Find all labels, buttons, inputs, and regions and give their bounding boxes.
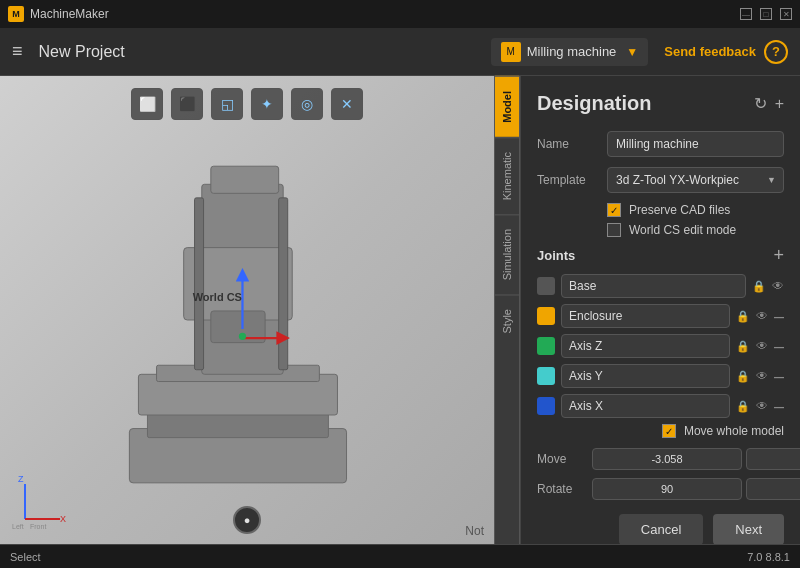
machine-icon: M [501,42,521,62]
joint-eye-axis-x[interactable]: 👁 [756,399,768,413]
next-button[interactable]: Next [713,514,784,544]
joint-eye-axis-y[interactable]: 👁 [756,369,768,383]
window-controls: — □ ✕ [740,8,792,20]
panel-header: Designation ↻ + [537,92,784,115]
vertical-tab-simulation[interactable]: Simulation [495,214,519,294]
name-row: Name [537,131,784,157]
joint-remove-enclosure[interactable]: – [774,307,784,325]
maximize-button[interactable]: □ [760,8,772,20]
joint-name-axis-x[interactable] [561,394,730,418]
machine-selector[interactable]: M Milling machine ▼ [491,38,648,66]
vertical-tab-kinematic[interactable]: Kinematic [495,137,519,214]
viewport-btn-view1[interactable]: ⬜ [131,88,163,120]
joint-row-enclosure: 🔒👁– [537,304,784,328]
joint-remove-axis-z[interactable]: – [774,337,784,355]
joints-header: Joints + [537,245,784,266]
menu-icon[interactable]: ≡ [12,41,23,62]
move-x-input[interactable] [592,448,742,470]
machine-svg [57,130,437,510]
template-select[interactable]: 3d Z-Tool YX-Workpiec [607,167,784,193]
svg-text:Z: Z [18,474,24,484]
vertical-tab-model[interactable]: Model [495,76,519,137]
joint-remove-axis-y[interactable]: – [774,367,784,385]
checkboxes-area: ✓Preserve CAD filesWorld CS edit mode [537,203,784,237]
joint-lock-base[interactable]: 🔒 [752,280,766,293]
joint-lock-axis-z[interactable]: 🔒 [736,340,750,353]
svg-text:Front: Front [30,523,46,530]
machine-name: Milling machine [527,44,617,59]
help-button[interactable]: ? [764,40,788,64]
template-label: Template [537,173,607,187]
joint-lock-axis-x[interactable]: 🔒 [736,400,750,413]
viewport-btn-view4[interactable]: ✦ [251,88,283,120]
joint-eye-base[interactable]: 👁 [772,279,784,293]
svg-text:Left: Left [12,523,24,530]
main-toolbar: ≡ New Project M Milling machine ▼ Send f… [0,28,800,76]
joint-lock-axis-y[interactable]: 🔒 [736,370,750,383]
close-button[interactable]: ✕ [780,8,792,20]
move-label: Move [537,452,592,466]
refresh-button[interactable]: ↻ [754,94,767,113]
joint-eye-enclosure[interactable]: 👁 [756,309,768,323]
joint-eye-axis-z[interactable]: 👁 [756,339,768,353]
viewport[interactable]: ⬜⬛◱✦◎✕ [0,76,494,544]
bottom-coords: 7.0 8.8.1 [747,551,790,563]
project-title: New Project [39,43,491,61]
move-y-input[interactable] [746,448,800,470]
rotate-label: Rotate [537,482,592,496]
checkbox-world-cs[interactable] [607,223,621,237]
joint-row-axis-z: 🔒👁– [537,334,784,358]
joint-name-enclosure[interactable] [561,304,730,328]
joint-name-axis-z[interactable] [561,334,730,358]
joints-title: Joints [537,248,575,263]
record-button[interactable]: ● [233,506,261,534]
joint-name-axis-y[interactable] [561,364,730,388]
name-input[interactable] [607,131,784,157]
svg-point-12 [239,333,246,340]
joint-color-enclosure [537,307,555,325]
app-icon: M [8,6,24,22]
joints-add-button[interactable]: + [773,245,784,266]
svg-rect-9 [279,198,288,370]
rotate-y-input[interactable] [746,478,800,500]
checkbox-preserve-cad[interactable]: ✓ [607,203,621,217]
bottom-select-label: Select [10,551,41,563]
viewport-btn-view2[interactable]: ⬛ [171,88,203,120]
joint-color-axis-x [537,397,555,415]
not-label: Not [465,524,484,538]
minimize-button[interactable]: — [740,8,752,20]
right-panel: Designation ↻ + Name Template 3d Z-Tool … [520,76,800,544]
vertical-tab-style[interactable]: Style [495,294,519,347]
add-panel-button[interactable]: + [775,94,784,113]
title-bar: M MachineMaker — □ ✕ [0,0,800,28]
cancel-button[interactable]: Cancel [619,514,703,544]
move-whole-model-label: Move whole model [684,424,784,438]
title-bar-left: M MachineMaker [8,6,109,22]
viewport-btn-view3[interactable]: ◱ [211,88,243,120]
joint-name-base[interactable] [561,274,746,298]
panel-header-actions: ↻ + [754,94,784,113]
joints-list: 🔒👁🔒👁–🔒👁–🔒👁–🔒👁– [537,274,784,418]
rotate-inputs [592,478,800,500]
joint-lock-enclosure[interactable]: 🔒 [736,310,750,323]
joint-color-axis-z [537,337,555,355]
checkbox-label-preserve-cad: Preserve CAD files [629,203,730,217]
viewport-btn-view6[interactable]: ✕ [331,88,363,120]
checkbox-label-world-cs: World CS edit mode [629,223,736,237]
move-whole-model-checkbox[interactable]: ✓ [662,424,676,438]
rotate-x-input[interactable] [592,478,742,500]
send-feedback-button[interactable]: Send feedback [664,44,756,59]
checkbox-row-preserve-cad: ✓Preserve CAD files [607,203,784,217]
move-row: Move [537,448,784,470]
svg-rect-7 [211,166,279,193]
joint-color-base [537,277,555,295]
rotate-row: Rotate [537,478,784,500]
axis-indicator: Z X Left Front [10,474,70,534]
viewport-btn-view5[interactable]: ◎ [291,88,323,120]
panel-actions: Cancel Next [537,514,784,544]
bottom-bar: Select 7.0 8.8.1 [0,544,800,568]
chevron-down-icon: ▼ [626,45,638,59]
content-area: ⬜⬛◱✦◎✕ [0,76,800,544]
joint-remove-axis-x[interactable]: – [774,397,784,415]
joint-color-axis-y [537,367,555,385]
